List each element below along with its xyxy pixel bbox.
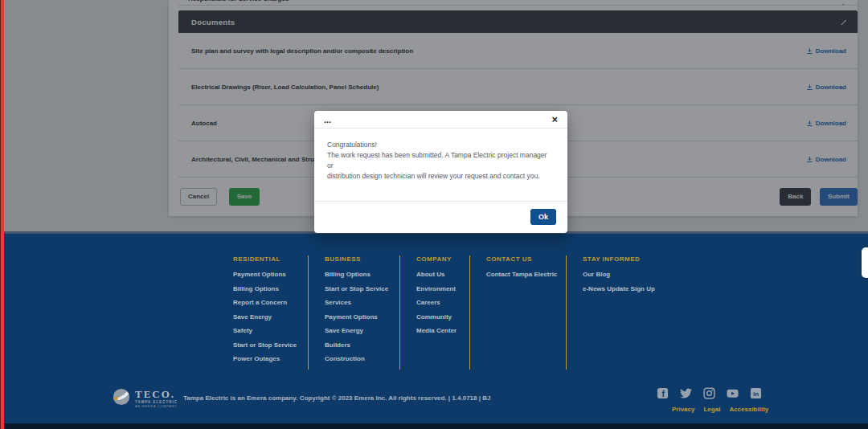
footer-link[interactable]: About Us	[416, 271, 469, 278]
bottom-strip	[0, 423, 868, 429]
social-link-instagram[interactable]	[703, 387, 715, 402]
footer-link[interactable]: Save Energy	[325, 327, 399, 334]
footer-link[interactable]: e-News Update Sign Up	[583, 285, 687, 292]
twitter-icon	[680, 387, 692, 402]
instagram-icon	[703, 387, 715, 402]
teco-swoosh-icon	[113, 388, 130, 409]
footer-link[interactable]: Report a Concern	[233, 299, 308, 306]
teco-wordmark: TECO.	[135, 389, 178, 399]
footer-legal-links: PrivacyLegalAccessibility	[672, 406, 768, 413]
footer-link[interactable]: Careers	[416, 299, 469, 306]
social-icons: fin	[657, 387, 762, 402]
footer-column-business: BUSINESSBilling OptionsStart or Stop Ser…	[309, 255, 400, 370]
social-link-linkedin[interactable]: in	[750, 387, 762, 402]
svg-text:in: in	[753, 390, 759, 398]
social-link-youtube[interactable]	[727, 387, 739, 402]
teco-logo-line2: AN EMERA COMPANY	[135, 406, 178, 409]
footer-legal-accessibility[interactable]: Accessibility	[729, 406, 768, 413]
dialog-message-text: The work request has been submitted. A T…	[327, 150, 555, 182]
footer-column-residential: RESIDENTIALPayment OptionsBilling Option…	[233, 255, 309, 370]
footer-column-contact-us: CONTACT USContact Tampa Electric	[470, 255, 567, 370]
footer-link[interactable]: Construction	[325, 355, 399, 362]
social-link-twitter[interactable]	[680, 387, 692, 402]
footer-link[interactable]: Billing Options	[233, 285, 308, 292]
svg-text:f: f	[662, 390, 665, 398]
footer-link[interactable]: Our Blog	[583, 271, 687, 278]
footer-legal-legal[interactable]: Legal	[703, 406, 720, 413]
dialog-footer: Ok	[314, 201, 567, 233]
footer-link[interactable]: Environment	[416, 285, 469, 292]
teco-logo-line1: TAMPA ELECTRIC	[135, 401, 178, 405]
close-icon[interactable]: ×	[551, 115, 558, 125]
footer-link[interactable]: Billing Options	[325, 271, 399, 278]
app-window: Responsible for Service Charges Document…	[0, 0, 868, 429]
footer-link[interactable]: Community	[416, 313, 469, 321]
footer-link[interactable]: Payment Options	[233, 271, 308, 278]
dialog-body: Congratulations! The work request has be…	[314, 129, 567, 201]
footer-link[interactable]: Start or Stop Service	[233, 341, 308, 349]
footer-column-heading: STAY INFORMED	[583, 255, 687, 263]
linkedin-icon: in	[750, 387, 762, 402]
footer-legal-privacy[interactable]: Privacy	[672, 406, 694, 413]
feedback-tab[interactable]	[862, 247, 868, 278]
footer-column-company: COMPANYAbout UsEnvironmentCareersCommuni…	[400, 255, 470, 370]
footer-column-heading: CONTACT US	[486, 255, 566, 263]
footer-column-heading: BUSINESS	[325, 255, 399, 263]
footer-link[interactable]: Payment Options	[325, 313, 399, 321]
left-edge-marker	[0, 0, 4, 429]
dialog-title: ...	[324, 115, 331, 125]
facebook-icon: f	[657, 387, 669, 402]
copyright-text: Tampa Electric is an Emera company. Copy…	[183, 394, 490, 402]
footer-column-stay-informed: STAY INFORMEDOur Bloge-News Update Sign …	[567, 255, 687, 370]
footer-link[interactable]: Power Outages	[233, 355, 308, 362]
dialog-heading-text: Congratulations!	[327, 140, 555, 150]
teco-logo: TECO. TAMPA ELECTRIC AN EMERA COMPANY	[113, 388, 178, 409]
teco-logo-text: TECO. TAMPA ELECTRIC AN EMERA COMPANY	[135, 389, 178, 409]
footer-link[interactable]: Builders	[325, 341, 399, 349]
footer-link[interactable]: Contact Tampa Electric	[486, 271, 566, 278]
footer-link[interactable]: Safety	[233, 327, 308, 334]
footer-link[interactable]: Save Energy	[233, 313, 308, 321]
social-link-facebook[interactable]: f	[657, 387, 669, 402]
footer-link[interactable]: Media Center	[416, 327, 469, 334]
footer-link[interactable]: Start or Stop Service	[325, 285, 399, 292]
footer-link[interactable]: Services	[325, 299, 399, 306]
ok-button[interactable]: Ok	[530, 209, 556, 225]
dialog-header: ... ×	[314, 111, 567, 129]
footer-column-heading: RESIDENTIAL	[233, 255, 308, 263]
youtube-icon	[727, 387, 739, 402]
footer-column-heading: COMPANY	[416, 255, 469, 263]
footer-link-columns: RESIDENTIALPayment OptionsBilling Option…	[233, 255, 687, 370]
site-footer: RESIDENTIALPayment OptionsBilling Option…	[0, 231, 868, 424]
confirmation-dialog: ... × Congratulations! The work request …	[314, 111, 567, 233]
